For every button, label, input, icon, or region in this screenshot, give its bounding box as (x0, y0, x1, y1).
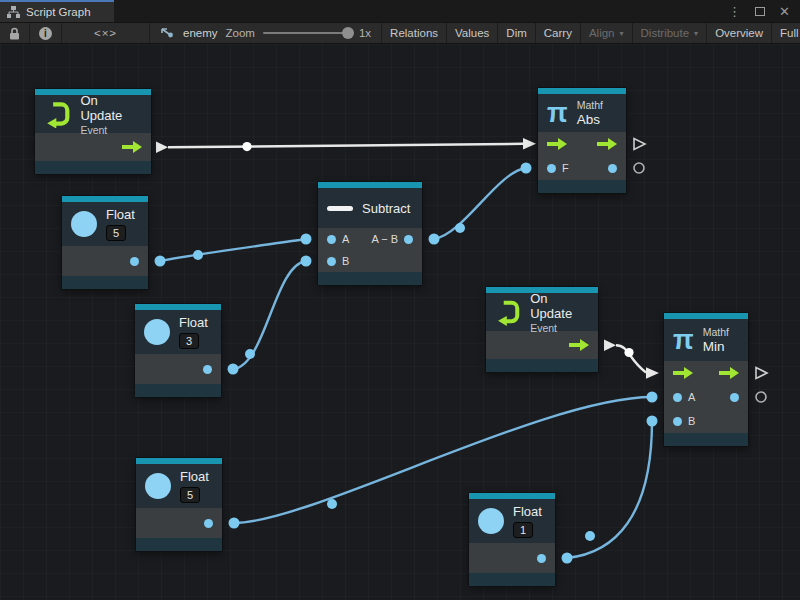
wire-midpoint-dot[interactable] (242, 142, 251, 151)
control-output-port[interactable] (597, 138, 617, 150)
graph-canvas[interactable]: On Update Event Float 5 (0, 44, 800, 600)
dim-button[interactable]: Dim (498, 23, 535, 43)
port-label-a: A (688, 391, 695, 403)
node-footer (538, 180, 626, 193)
wire-float1-to-min-b[interactable] (562, 416, 658, 564)
lock-button[interactable] (0, 23, 30, 43)
node-title: Abs (577, 112, 603, 127)
abs-unconnected-ports[interactable] (634, 139, 645, 174)
maximize-icon[interactable] (755, 7, 765, 16)
graph-context-section: enemy Zoom 1x (150, 23, 382, 43)
zoom-slider-handle[interactable] (342, 27, 354, 39)
port-label-b: B (342, 255, 349, 267)
info-icon: i (39, 27, 52, 40)
node-float-1[interactable]: Float 1 (469, 493, 555, 586)
relations-button[interactable]: Relations (382, 23, 447, 43)
node-mathf-min[interactable]: π Mathf Min A (664, 313, 748, 446)
input-port-b[interactable] (327, 257, 336, 266)
node-float-3[interactable]: Float 3 (135, 304, 221, 397)
value-output-port[interactable] (130, 257, 139, 266)
wire-midpoint-dot[interactable] (327, 499, 337, 509)
distribute-label: Distribute (641, 27, 690, 39)
lock-icon (9, 27, 20, 40)
control-output-port[interactable] (569, 339, 589, 351)
wire-midpoint-dot[interactable] (245, 349, 255, 359)
node-category: Mathf (577, 99, 603, 111)
title-bar: Script Graph ⋮ ✕ (0, 0, 800, 22)
align-label: Align (589, 27, 615, 39)
node-title: Min (703, 339, 729, 354)
wire-float5-to-subtract-a[interactable] (155, 234, 312, 267)
port-label-f: F (562, 162, 569, 174)
node-subtitle: Event (80, 124, 142, 136)
node-float-5-bottom[interactable]: Float 5 (136, 458, 222, 551)
values-button[interactable]: Values (447, 23, 498, 43)
close-icon[interactable]: ✕ (779, 5, 790, 18)
wire-midpoint-dot[interactable] (585, 531, 595, 541)
node-footer (136, 538, 222, 551)
control-input-port[interactable] (673, 367, 693, 379)
port-label-a: A (342, 233, 349, 245)
wire-float5b-to-min-a[interactable] (229, 392, 658, 529)
value-output-port[interactable] (203, 365, 212, 374)
port-label-b: B (688, 415, 695, 427)
zoom-label: Zoom (226, 27, 255, 39)
value-output-port[interactable] (730, 393, 739, 402)
float-icon (144, 319, 170, 345)
float-value-input[interactable]: 5 (106, 225, 126, 241)
carry-button[interactable]: Carry (536, 23, 581, 43)
zoom-value: 1x (359, 27, 371, 39)
overview-button[interactable]: Overview (707, 23, 772, 43)
fullscreen-button[interactable]: Full Screen (772, 23, 800, 43)
wire-onupdate2-to-min[interactable] (604, 340, 659, 379)
wire-float3-to-subtract-b[interactable] (228, 256, 312, 375)
wire-midpoint-dot[interactable] (193, 250, 203, 260)
control-output-port[interactable] (122, 141, 142, 153)
control-output-port[interactable] (719, 367, 739, 379)
input-port-a[interactable] (327, 235, 336, 244)
node-title: On Update (530, 291, 589, 321)
output-port[interactable] (404, 235, 413, 244)
wire-midpoint-dot[interactable] (624, 348, 633, 357)
subtract-icon (327, 206, 353, 211)
min-unconnected-ports[interactable] (756, 368, 767, 403)
dropdown-arrow-icon (694, 29, 698, 38)
node-title: Subtract (362, 201, 410, 216)
inspect-button[interactable]: i (30, 23, 62, 43)
value-output-port[interactable] (537, 554, 546, 563)
node-footer (664, 433, 748, 446)
input-port-a[interactable] (673, 393, 682, 402)
node-mathf-abs[interactable]: π Mathf Abs F (538, 88, 626, 193)
on-update-loop-icon (44, 100, 71, 128)
control-input-port[interactable] (547, 138, 567, 150)
node-footer (469, 573, 555, 586)
float-value-input[interactable]: 1 (513, 522, 533, 538)
input-port-b[interactable] (673, 417, 682, 426)
node-footer (318, 272, 422, 285)
input-port-f[interactable] (547, 164, 556, 173)
window-menu-icon[interactable]: ⋮ (728, 5, 741, 18)
node-on-update-2[interactable]: On Update Event (486, 287, 598, 372)
graph-pointer-icon (160, 27, 175, 40)
float-icon (478, 508, 504, 534)
dropdown-arrow-icon (620, 29, 624, 38)
value-output-port[interactable] (204, 519, 213, 528)
node-float-5-top[interactable]: Float 5 (62, 196, 148, 289)
tab-script-graph[interactable]: Script Graph (0, 0, 114, 22)
node-title: On Update (80, 93, 142, 123)
zoom-slider[interactable] (263, 32, 351, 34)
node-subtract[interactable]: Subtract A A − B B (318, 182, 422, 285)
node-footer (62, 276, 148, 289)
wire-subtract-to-abs-f[interactable] (429, 163, 532, 245)
node-footer (35, 161, 151, 174)
float-value-input[interactable]: 5 (180, 487, 200, 503)
wire-midpoint-dot[interactable] (455, 223, 465, 233)
graph-name: enemy (183, 27, 218, 39)
port-label-out: A − B (371, 233, 398, 245)
node-on-update-1[interactable]: On Update Event (35, 89, 151, 174)
code-preview-button[interactable]: <×> (62, 23, 150, 43)
float-value-input[interactable]: 3 (179, 333, 199, 349)
wire-onupdate1-to-abs[interactable] (156, 138, 536, 153)
value-output-port[interactable] (608, 164, 617, 173)
node-title: Float (106, 207, 135, 222)
